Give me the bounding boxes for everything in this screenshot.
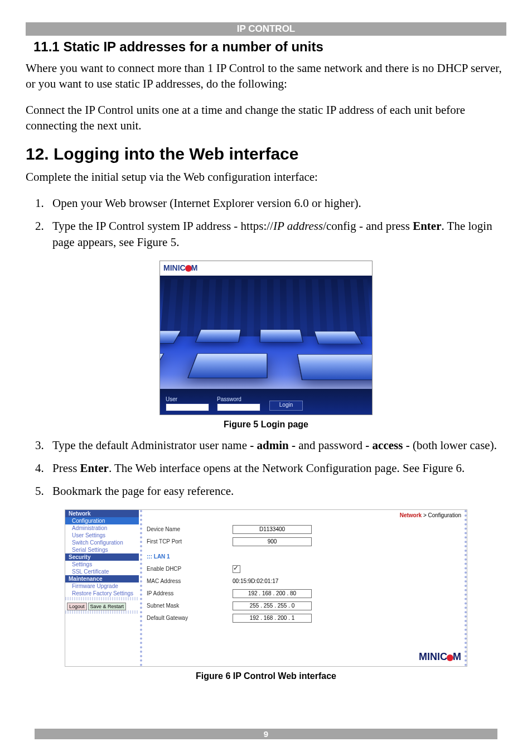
page-number: 9 xyxy=(35,729,497,739)
heading-12: 12. Logging into the Web interface xyxy=(26,145,506,163)
sidebar-item-configuration[interactable]: Configuration xyxy=(65,517,139,524)
login-user-label: User xyxy=(166,396,209,402)
sidebar-item-administration[interactable]: Administration xyxy=(65,524,139,532)
para-11-1b: Connect the IP Control units one at a ti… xyxy=(26,102,506,134)
label-enable-dhcp: Enable DHCP xyxy=(147,566,214,572)
figure-5-login: MINICM User Password Login xyxy=(159,261,373,415)
label-device-name: Device Name xyxy=(147,526,214,532)
step-4: Press Enter. The Web interface opens at … xyxy=(47,460,506,476)
sidebar-item-serial[interactable]: Serial Settings xyxy=(65,546,139,553)
input-device-name[interactable]: D1133400 xyxy=(233,525,312,534)
login-button[interactable]: Login xyxy=(269,401,303,411)
step-5: Bookmark the page for easy reference. xyxy=(47,483,506,499)
checkbox-enable-dhcp[interactable] xyxy=(233,565,240,573)
step-2: Type the IP Control system IP address - … xyxy=(47,218,506,251)
input-subnet[interactable]: 255 . 255 . 255 . 0 xyxy=(233,601,312,610)
logout-button[interactable]: Logout xyxy=(67,603,87,610)
heading-11-1: 11.1 Static IP addresses for a number of… xyxy=(33,39,506,55)
sidebar: Network Configuration Administration Use… xyxy=(65,510,139,666)
step-3: Type the default Administrator user name… xyxy=(47,437,506,454)
input-tcp-port[interactable]: 900 xyxy=(233,537,312,546)
lan1-heading: ::: LAN 1 xyxy=(147,553,461,560)
login-pass-input[interactable] xyxy=(217,403,260,411)
label-mac: MAC Address xyxy=(147,578,214,584)
section-band: IP CONTROL xyxy=(26,22,506,36)
brand-minicom: MINICM xyxy=(419,651,461,663)
sidebar-item-security[interactable]: Security xyxy=(65,553,139,561)
label-ip: IP Address xyxy=(147,590,214,596)
sidebar-item-user-settings[interactable]: User Settings xyxy=(65,532,139,539)
save-restart-button[interactable]: Save & Restart xyxy=(88,603,127,610)
input-ip[interactable]: 192 . 168 . 200 . 80 xyxy=(233,589,312,598)
label-gateway: Default Gateway xyxy=(147,615,214,621)
step-1: Open your Web browser (Internet Explorer… xyxy=(47,195,506,211)
figure-6-caption: Figure 6 IP Control Web interface xyxy=(26,671,506,681)
sidebar-item-maintenance[interactable]: Maintenance xyxy=(65,575,139,582)
sidebar-item-switch-config[interactable]: Switch Configuration xyxy=(65,539,139,546)
figure-5-caption: Figure 5 Login page xyxy=(26,420,506,430)
login-user-input[interactable] xyxy=(166,403,209,411)
breadcrumb: Network > Configuration xyxy=(400,512,461,518)
para-11-1a: Where you want to connect more than 1 IP… xyxy=(26,60,506,92)
label-tcp-port: First TCP Port xyxy=(147,538,214,545)
login-pass-label: Password xyxy=(217,396,260,402)
sidebar-item-settings[interactable]: Settings xyxy=(65,561,139,568)
label-subnet: Subnet Mask xyxy=(147,603,214,609)
sidebar-item-network[interactable]: Network xyxy=(65,510,139,517)
input-gateway[interactable]: 192 . 168 . 200 . 1 xyxy=(233,614,312,623)
sidebar-item-firmware[interactable]: Firmware Upgrade xyxy=(65,582,139,590)
sidebar-item-restore[interactable]: Restore Factory Settings xyxy=(65,590,139,597)
value-mac: 00:15:9D:02:01:17 xyxy=(233,577,311,585)
sidebar-item-ssl[interactable]: SSL Certificate xyxy=(65,568,139,575)
figure-6-webui: Network Configuration Administration Use… xyxy=(65,509,467,667)
para-12-intro: Complete the initial setup via the Web c… xyxy=(26,169,506,185)
